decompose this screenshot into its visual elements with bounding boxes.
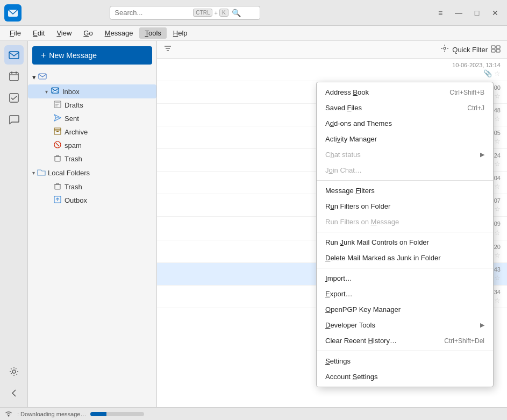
star-icon[interactable]: ☆ — [494, 251, 501, 259]
quick-filter-label: Quick Filter — [452, 46, 488, 54]
star-icon[interactable]: ☆ — [494, 137, 501, 145]
iconbar-mail[interactable] — [4, 45, 24, 65]
iconbar-collapse[interactable] — [4, 383, 24, 403]
folder-archive[interactable]: Archive — [28, 125, 156, 139]
folder-sent[interactable]: Sent — [28, 112, 156, 125]
icon-bar — [0, 41, 28, 407]
folder-spam[interactable]: spam — [28, 139, 156, 152]
inbox-chevron: ▾ — [45, 89, 48, 95]
svg-rect-43 — [491, 49, 495, 52]
folder-outbox[interactable]: Outbox — [28, 194, 156, 207]
svg-point-7 — [12, 370, 16, 373]
menu-dev-tools[interactable]: Developer Tools ▶ — [317, 317, 493, 333]
local-trash-label: Trash — [65, 183, 82, 191]
table-row[interactable]: 10-06-2023, 13:14 📎 ☆ — [157, 59, 507, 81]
menu-saved-files[interactable]: Saved Files Ctrl+J — [317, 100, 493, 116]
search-input[interactable] — [115, 9, 190, 17]
menu-run-filters-folder[interactable]: Run Filters on Folder — [317, 198, 493, 214]
star-icon[interactable]: ☆ — [494, 205, 501, 213]
local-folders-chevron: ▾ — [32, 170, 35, 176]
iconbar-settings[interactable] — [4, 362, 24, 381]
svg-rect-21 — [55, 156, 60, 161]
status-bar: : Downloading message… — [0, 407, 507, 420]
menu-message[interactable]: Message — [99, 27, 139, 39]
account-row[interactable]: ▾ — [28, 70, 156, 84]
menu-divider-2 — [317, 232, 493, 232]
search-bar[interactable]: CTRL + K 🔍 — [110, 6, 260, 20]
menu-divider-4 — [317, 351, 493, 351]
star-icon[interactable]: ☆ — [494, 69, 501, 77]
sidebar: + New Message ▾ ▾ — [28, 41, 157, 407]
menu-export[interactable]: Export… — [317, 286, 493, 302]
ctrl-key: CTRL — [193, 9, 212, 17]
maximize-button[interactable]: □ — [469, 5, 484, 20]
menu-divider-1 — [317, 180, 493, 181]
menu-settings[interactable]: Settings — [317, 353, 493, 369]
menu-message-filters[interactable]: Message Filters — [317, 183, 493, 198]
folder-inbox[interactable]: ▾ Inbox — [28, 84, 156, 98]
filter-icon — [163, 44, 172, 55]
hamburger-button[interactable]: ≡ — [433, 5, 448, 20]
filter-toggle-icon[interactable] — [491, 45, 501, 54]
archive-icon — [54, 127, 61, 137]
tools-dropdown-menu: Address Book Ctrl+Shift+B Saved Files Ct… — [316, 82, 494, 387]
k-key: K — [219, 9, 228, 17]
iconbar-tasks[interactable] — [4, 88, 24, 108]
menu-activity-manager[interactable]: Activity Manager — [317, 131, 493, 147]
iconbar-calendar[interactable] — [4, 67, 24, 86]
star-icon[interactable]: ☆ — [494, 92, 501, 100]
archive-label: Archive — [65, 128, 88, 136]
menu-go[interactable]: Go — [78, 27, 98, 39]
menu-account-settings[interactable]: Account Settings — [317, 369, 493, 385]
iconbar-bottom — [4, 362, 24, 407]
menu-address-book[interactable]: Address Book Ctrl+Shift+B — [317, 84, 493, 100]
star-icon[interactable]: ☆ — [494, 274, 501, 282]
close-button[interactable]: ✕ — [488, 5, 503, 20]
svg-rect-41 — [491, 46, 495, 48]
star-icon[interactable]: ☆ — [494, 229, 501, 237]
new-message-button[interactable]: + New Message — [32, 46, 152, 65]
title-bar: CTRL + K 🔍 ≡ — □ ✕ — [0, 0, 507, 26]
drafts-label: Drafts — [65, 101, 83, 109]
main-layout: + New Message ▾ ▾ — [0, 41, 507, 407]
drafts-icon — [54, 101, 61, 110]
menu-clear-history[interactable]: Clear Recent History… Ctrl+Shift+Del — [317, 333, 493, 348]
menu-file[interactable]: File — [4, 27, 26, 39]
menu-openpgp[interactable]: OpenPGP Key Manager — [317, 302, 493, 317]
inbox-label: Inbox — [62, 88, 80, 96]
star-icon[interactable]: ☆ — [494, 182, 501, 190]
iconbar-chat[interactable] — [4, 110, 24, 129]
sent-label: Sent — [65, 115, 79, 123]
menu-help[interactable]: Help — [168, 27, 193, 39]
account-icon — [38, 72, 47, 82]
local-folders-row[interactable]: ▾ Local Folders — [28, 166, 156, 180]
local-trash-icon — [54, 182, 61, 191]
menu-edit[interactable]: Edit — [27, 27, 50, 39]
new-message-label: New Message — [49, 51, 97, 60]
filter-settings-icon[interactable] — [440, 44, 449, 55]
plus-sign: + — [214, 10, 217, 16]
folder-local-trash[interactable]: Trash — [28, 180, 156, 194]
star-icon[interactable]: ☆ — [494, 296, 501, 304]
menu-tools[interactable]: Tools — [139, 27, 166, 39]
star-icon[interactable]: ☆ — [494, 115, 501, 123]
trash-icon — [54, 154, 61, 163]
app-icon — [4, 4, 22, 22]
star-icon[interactable]: ☆ — [494, 160, 501, 168]
menu-addons[interactable]: Add-ons and Themes — [317, 116, 493, 131]
search-icon[interactable]: 🔍 — [232, 9, 241, 17]
content-header: Quick Filter — [157, 41, 507, 59]
menu-divider-3 — [317, 268, 493, 268]
svg-rect-1 — [9, 52, 19, 59]
progress-fill — [90, 412, 106, 416]
menu-view[interactable]: View — [51, 27, 77, 39]
menu-import[interactable]: Import… — [317, 270, 493, 286]
attachment-icon: 📎 — [483, 69, 492, 77]
minimize-button[interactable]: — — [451, 5, 466, 20]
spam-label: spam — [65, 141, 82, 150]
menu-junk-controls[interactable]: Run Junk Mail Controls on Folder — [317, 234, 493, 250]
svg-point-45 — [8, 415, 10, 416]
folder-drafts[interactable]: Drafts — [28, 98, 156, 112]
menu-delete-junk[interactable]: Delete Mail Marked as Junk in Folder — [317, 250, 493, 266]
folder-trash[interactable]: Trash — [28, 152, 156, 166]
